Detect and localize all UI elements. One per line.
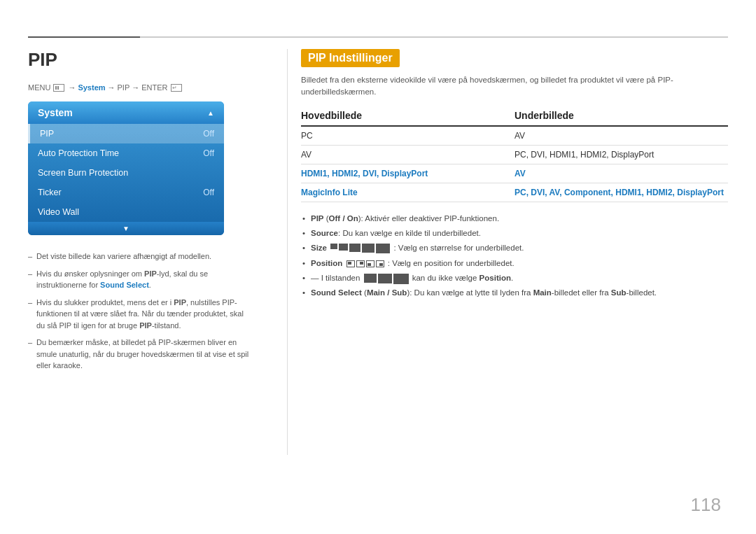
bullet-position: Position : Vælg en position for underbil… (301, 257, 728, 269)
position-icons (346, 260, 384, 267)
row3-left: HDMI1, HDMI2, DVI, DisplayPort (301, 169, 514, 178)
top-line-accent (28, 36, 140, 38)
size-icon-4 (362, 244, 374, 253)
system-link: System (78, 83, 105, 92)
ticker-value: Off (203, 188, 214, 197)
note-4: Du bemærker måske, at billedet på PIP-sk… (28, 337, 252, 372)
page-number: 118 (691, 494, 721, 516)
system-menu-footer: ▼ (28, 222, 224, 235)
row2-right: PC, DVI, HDMI1, HDMI2, DisplayPort (514, 150, 728, 160)
arrow3: → (132, 83, 139, 92)
state-icon-3 (393, 274, 409, 284)
size-icon-3 (349, 244, 360, 252)
menu-item-video-wall[interactable]: Video Wall (28, 202, 224, 222)
row1-right: AV (514, 131, 728, 141)
row4-right: PC, DVI, AV, Component, HDMI1, HDMI2, Di… (514, 188, 728, 197)
table-row-4: MagicInfo Lite PC, DVI, AV, Component, H… (301, 183, 728, 202)
enter-icon (171, 84, 182, 92)
menu-item-screen-burn[interactable]: Screen Burn Protection (28, 163, 224, 183)
note-3: Hvis du slukker produktet, mens det er i… (28, 297, 252, 332)
pos-icon-1 (346, 260, 355, 267)
chevron-down-icon: ▼ (122, 225, 130, 232)
bullet-size: Size : Vælg en størrelse for underbilled… (301, 241, 728, 254)
state-icon-1 (364, 274, 377, 283)
enter-word: ENTER (141, 83, 167, 92)
table-row-2: AV PC, DVI, HDMI1, HDMI2, DisplayPort (301, 146, 728, 164)
system-menu-box: System ▲ PIP Off Auto Protection Time Of… (28, 101, 224, 235)
bullet-sound-select: Sound Select (Main / Sub): Du kan vælge … (301, 286, 728, 299)
row4-left: MagicInfo Lite (301, 188, 514, 197)
notes-section: Det viste billede kan variere afhængigt … (28, 251, 252, 372)
menu-word: MENU (28, 83, 50, 92)
pip-label: PIP (40, 129, 54, 139)
panel-divider (287, 49, 288, 455)
size-icon-2 (339, 244, 348, 251)
col-header-left: Hovedbillede (301, 110, 514, 121)
note-2: Hvis du ønsker oplysninger om PIP-lyd, s… (28, 268, 252, 291)
menu-icon (53, 84, 64, 92)
system-header-label: System (38, 107, 73, 118)
row1-left: PC (301, 131, 514, 141)
chevron-up-icon: ▲ (207, 109, 214, 117)
auto-protection-label: Auto Protection Time (38, 148, 119, 158)
pip-word: PIP (118, 83, 130, 92)
col-header-right: Underbillede (514, 110, 728, 121)
bullet-list: PIP (Off / On): Aktivér eller deaktiver … (301, 212, 728, 300)
pos-icon-3 (366, 260, 374, 267)
ticker-label: Ticker (38, 188, 62, 197)
menu-item-pip[interactable]: PIP Off (28, 124, 224, 143)
row3-right: AV (514, 169, 728, 178)
state-icons (364, 274, 409, 284)
section-title: PIP Indstillinger (301, 49, 400, 67)
menu-item-ticker[interactable]: Ticker Off (28, 183, 224, 202)
size-icons (330, 244, 390, 253)
arrow2: → (108, 83, 115, 92)
video-wall-label: Video Wall (38, 207, 79, 217)
pos-icon-4 (376, 260, 384, 267)
system-menu-header: System ▲ (28, 101, 224, 124)
pip-value: Off (203, 129, 214, 139)
table-row-3: HDMI1, HDMI2, DVI, DisplayPort AV (301, 164, 728, 183)
table-row-1: PC AV (301, 127, 728, 146)
size-icon-5 (376, 244, 390, 253)
screen-burn-label: Screen Burn Protection (38, 168, 128, 178)
bullet-state: — I tilstanden kan du ikke vælge Positio… (301, 272, 728, 284)
table-header: Hovedbillede Underbillede (301, 110, 728, 127)
size-icon-1 (330, 244, 337, 249)
arrow1: → (68, 83, 76, 92)
description-text: Billedet fra den eksterne videokilde vil… (301, 74, 728, 99)
bullet-pip: PIP (Off / On): Aktivér eller deaktiver … (301, 212, 728, 225)
menu-item-auto-protection[interactable]: Auto Protection Time Off (28, 143, 224, 163)
row2-left: AV (301, 150, 514, 160)
bullet-source: Source: Du kan vælge en kilde til underb… (301, 227, 728, 239)
state-icon-2 (378, 274, 392, 283)
note-1: Det viste billede kan variere afhængigt … (28, 251, 252, 262)
page-title: PIP (28, 49, 259, 71)
left-panel: PIP MENU → System → PIP → ENTER System ▲… (28, 49, 259, 377)
pos-icon-2 (356, 260, 365, 267)
menu-path: MENU → System → PIP → ENTER (28, 83, 259, 92)
right-panel: PIP Indstillinger Billedet fra den ekste… (301, 49, 728, 302)
auto-protection-value: Off (203, 148, 214, 158)
